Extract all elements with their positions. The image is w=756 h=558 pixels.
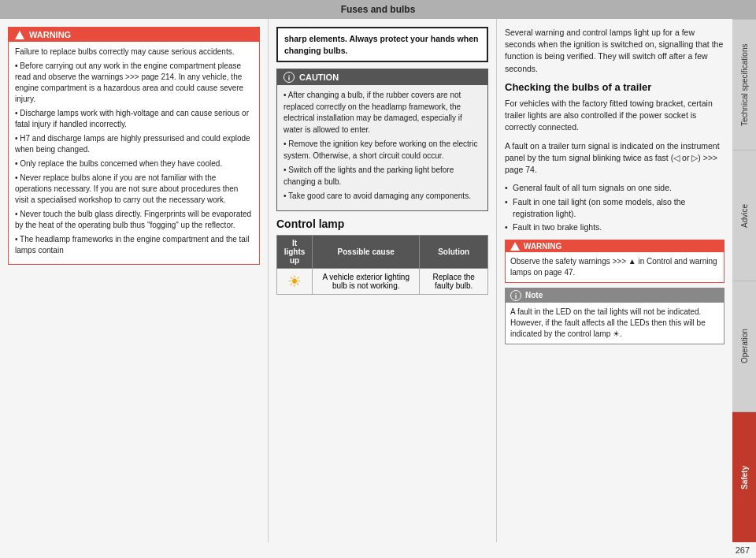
sidebar-tab-technical[interactable]: Technical specifications [732, 19, 756, 150]
control-lamp-table: It lights up Possible cause Solution ☀ [276, 235, 488, 295]
control-lamp-section: Control lamp It lights up Possible cause… [276, 218, 488, 295]
list-item: General fault of all turn signals on one… [505, 182, 724, 194]
trailer-bullets: General fault of all turn signals on one… [505, 182, 724, 233]
right-intro: Several warning and control lamps light … [505, 27, 724, 75]
caution-header: i CAUTION [277, 69, 487, 85]
col-header-cause: Possible cause [313, 235, 420, 268]
warning-triangle-icon [15, 31, 24, 39]
warning-box-right: WARNING Observe the safety warnings >>> … [505, 240, 724, 283]
caution-box: i CAUTION • After changing a bulb, if th… [276, 69, 488, 211]
left-panel: WARNING Failure to replace bulbs correct… [0, 19, 268, 542]
caution-body: • After changing a bulb, if the rubber c… [277, 85, 487, 210]
list-item: Fault in two brake lights. [505, 221, 724, 233]
lamp-icon-cell: ☀ [277, 268, 313, 294]
warning-body-left: Failure to replace bulbs correctly may c… [9, 42, 259, 264]
warning-triangle-icon-right [510, 242, 520, 251]
sun-icon: ☀ [282, 272, 307, 291]
sidebar-tab-operation[interactable]: Operation [732, 281, 756, 411]
note-body: A fault in the LED on the tail lights wi… [506, 303, 724, 344]
caution-icon: i [284, 72, 295, 83]
control-lamp-title: Control lamp [276, 218, 488, 230]
warning-body-right: Observe the safety warnings >>> ▲ in Con… [506, 252, 724, 282]
note-icon: i [510, 290, 521, 301]
col-header-lights: It lights up [277, 235, 313, 268]
page-header: Fuses and bulbs [0, 0, 756, 19]
cause-cell: A vehicle exterior lighting bulb is not … [313, 268, 420, 294]
sidebar-tab-advice[interactable]: Advice [732, 150, 756, 281]
solution-cell: Replace the faulty bulb. [420, 268, 488, 294]
warning-box-left: WARNING Failure to replace bulbs correct… [8, 27, 260, 265]
list-item: Fault in one tail light (on some models,… [505, 196, 724, 219]
intro-text: sharp elements. Always protect your hand… [276, 27, 488, 62]
warning-header-right: WARNING [506, 240, 724, 252]
trailer-intro: For vehicles with the factory fitted tow… [505, 98, 724, 134]
sidebar-tab-safety[interactable]: Safety [732, 411, 756, 542]
note-header: i Note [506, 288, 724, 303]
col-header-solution: Solution [420, 235, 488, 268]
page-number: 267 [0, 542, 756, 558]
table-row: ☀ A vehicle exterior lighting bulb is no… [277, 268, 488, 294]
note-box: i Note A fault in the LED on the tail li… [505, 288, 724, 344]
middle-panel: sharp elements. Always protect your hand… [268, 19, 496, 542]
trailer-para2: A fault on a trailer turn signal is indi… [505, 140, 724, 177]
right-sidebar: Technical specifications Advice Operatio… [732, 19, 756, 542]
warning-header-left: WARNING [9, 28, 259, 42]
right-panel: Several warning and control lamps light … [496, 19, 732, 542]
trailer-section-title: Checking the bulbs of a trailer [505, 81, 724, 93]
